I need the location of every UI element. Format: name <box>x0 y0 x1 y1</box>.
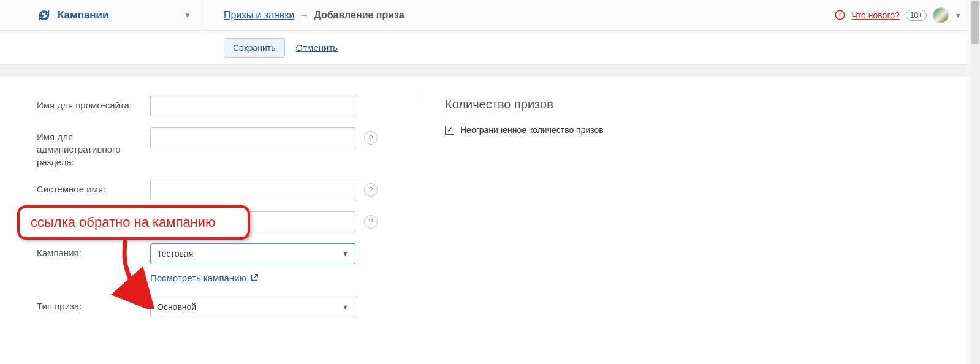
vertical-scrollbar[interactable] <box>970 0 980 364</box>
help-icon[interactable]: ? <box>364 183 378 197</box>
prize-type-select[interactable]: Основной ▼ <box>150 297 355 317</box>
help-icon[interactable]: ? <box>364 215 378 229</box>
external-link-icon <box>250 273 259 282</box>
top-bar: Кампании ▼ Призы и заявки → Добавление п… <box>0 0 980 31</box>
avatar[interactable] <box>933 7 949 23</box>
action-bar: Сохранить Отменить <box>0 31 980 65</box>
promo-name-input[interactable] <box>150 96 355 116</box>
chevron-down-icon: ▼ <box>342 250 349 257</box>
breadcrumb: Призы и заявки → Добавление приза <box>205 0 405 30</box>
nav-title: Кампании <box>58 9 109 21</box>
chevron-down-icon: ▼ <box>184 11 191 20</box>
campaign-select[interactable]: Тестовая ▼ <box>150 243 355 264</box>
whats-new-link[interactable]: Что нового? <box>852 10 900 20</box>
admin-name-input[interactable] <box>150 127 355 148</box>
arrow-right-icon: → <box>299 10 309 21</box>
separator <box>0 65 980 77</box>
breadcrumb-parent-link[interactable]: Призы и заявки <box>224 10 294 21</box>
right-column: Количество призов ✓ Неограниченное колич… <box>445 96 980 328</box>
svg-point-2 <box>840 17 841 18</box>
system-name-input[interactable] <box>150 180 355 200</box>
notification-badge[interactable]: 10+ <box>906 10 927 21</box>
chevron-down-icon[interactable]: ▼ <box>955 12 962 19</box>
chevron-down-icon: ▼ <box>342 303 349 311</box>
header-right: Что нового? 10+ ▼ <box>835 7 980 23</box>
annotation-callout: ссылка обратно на кампанию <box>17 205 250 240</box>
prize-type-select-value: Основной <box>157 302 196 312</box>
alert-icon <box>835 10 846 21</box>
annotation-text: ссылка обратно на кампанию <box>31 214 216 230</box>
unlimited-label: Неограниченное количество призов <box>460 125 604 135</box>
cycle-icon <box>37 8 51 23</box>
campaign-select-value: Тестовая <box>157 249 193 259</box>
save-button[interactable]: Сохранить <box>224 38 285 58</box>
prize-count-title: Количество призов <box>445 97 980 112</box>
column-divider <box>417 96 417 328</box>
prize-type-label: Тип приза: <box>37 297 150 313</box>
cancel-link[interactable]: Отменить <box>296 42 338 53</box>
campaign-label: Кампания: <box>37 243 150 259</box>
admin-name-label: Имя для административного раздела: <box>37 127 150 169</box>
scrollbar-thumb[interactable] <box>971 1 979 44</box>
help-icon[interactable]: ? <box>364 131 378 145</box>
system-name-label: Системное имя: <box>37 180 150 195</box>
view-campaign-link[interactable]: Посмотреть кампанию <box>150 273 246 283</box>
unlimited-checkbox[interactable]: ✓ <box>445 126 454 135</box>
nav-dropdown[interactable]: Кампании ▼ <box>0 0 205 30</box>
breadcrumb-current: Добавление приза <box>314 10 404 21</box>
promo-name-label: Имя для промо-сайта: <box>37 96 150 112</box>
